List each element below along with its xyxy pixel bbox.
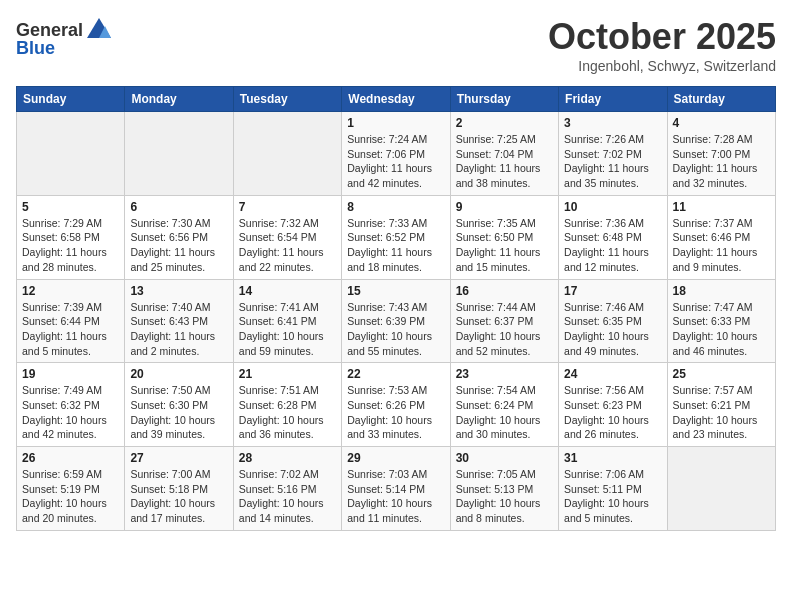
calendar-subtitle: Ingenbohl, Schwyz, Switzerland xyxy=(548,58,776,74)
calendar-day-cell: 15Sunrise: 7:43 AM Sunset: 6:39 PM Dayli… xyxy=(342,279,450,363)
weekday-header-row: SundayMondayTuesdayWednesdayThursdayFrid… xyxy=(17,87,776,112)
day-info: Sunrise: 7:37 AM Sunset: 6:46 PM Dayligh… xyxy=(673,216,770,275)
day-number: 27 xyxy=(130,451,227,465)
calendar-day-cell: 29Sunrise: 7:03 AM Sunset: 5:14 PM Dayli… xyxy=(342,447,450,531)
weekday-header-cell: Tuesday xyxy=(233,87,341,112)
calendar-day-cell: 24Sunrise: 7:56 AM Sunset: 6:23 PM Dayli… xyxy=(559,363,667,447)
day-info: Sunrise: 7:44 AM Sunset: 6:37 PM Dayligh… xyxy=(456,300,553,359)
calendar-week-row: 26Sunrise: 6:59 AM Sunset: 5:19 PM Dayli… xyxy=(17,447,776,531)
weekday-header-cell: Wednesday xyxy=(342,87,450,112)
day-number: 31 xyxy=(564,451,661,465)
calendar-day-cell: 16Sunrise: 7:44 AM Sunset: 6:37 PM Dayli… xyxy=(450,279,558,363)
day-number: 28 xyxy=(239,451,336,465)
day-number: 15 xyxy=(347,284,444,298)
calendar-day-cell: 2Sunrise: 7:25 AM Sunset: 7:04 PM Daylig… xyxy=(450,112,558,196)
day-number: 30 xyxy=(456,451,553,465)
day-info: Sunrise: 7:43 AM Sunset: 6:39 PM Dayligh… xyxy=(347,300,444,359)
calendar-day-cell: 7Sunrise: 7:32 AM Sunset: 6:54 PM Daylig… xyxy=(233,195,341,279)
day-info: Sunrise: 7:47 AM Sunset: 6:33 PM Dayligh… xyxy=(673,300,770,359)
day-info: Sunrise: 7:28 AM Sunset: 7:00 PM Dayligh… xyxy=(673,132,770,191)
day-number: 16 xyxy=(456,284,553,298)
day-number: 9 xyxy=(456,200,553,214)
calendar-day-cell: 19Sunrise: 7:49 AM Sunset: 6:32 PM Dayli… xyxy=(17,363,125,447)
weekday-header-cell: Friday xyxy=(559,87,667,112)
calendar-day-cell: 11Sunrise: 7:37 AM Sunset: 6:46 PM Dayli… xyxy=(667,195,775,279)
day-info: Sunrise: 7:53 AM Sunset: 6:26 PM Dayligh… xyxy=(347,383,444,442)
calendar-day-cell: 17Sunrise: 7:46 AM Sunset: 6:35 PM Dayli… xyxy=(559,279,667,363)
logo-icon xyxy=(85,16,113,44)
calendar-week-row: 5Sunrise: 7:29 AM Sunset: 6:58 PM Daylig… xyxy=(17,195,776,279)
calendar-day-cell: 26Sunrise: 6:59 AM Sunset: 5:19 PM Dayli… xyxy=(17,447,125,531)
calendar-body: 1Sunrise: 7:24 AM Sunset: 7:06 PM Daylig… xyxy=(17,112,776,531)
calendar-day-cell: 8Sunrise: 7:33 AM Sunset: 6:52 PM Daylig… xyxy=(342,195,450,279)
day-number: 8 xyxy=(347,200,444,214)
calendar-day-cell: 21Sunrise: 7:51 AM Sunset: 6:28 PM Dayli… xyxy=(233,363,341,447)
day-number: 13 xyxy=(130,284,227,298)
calendar-day-cell xyxy=(17,112,125,196)
weekday-header-cell: Monday xyxy=(125,87,233,112)
calendar-day-cell: 5Sunrise: 7:29 AM Sunset: 6:58 PM Daylig… xyxy=(17,195,125,279)
calendar-title: October 2025 xyxy=(548,16,776,58)
calendar-day-cell: 4Sunrise: 7:28 AM Sunset: 7:00 PM Daylig… xyxy=(667,112,775,196)
calendar-day-cell: 23Sunrise: 7:54 AM Sunset: 6:24 PM Dayli… xyxy=(450,363,558,447)
calendar-day-cell: 12Sunrise: 7:39 AM Sunset: 6:44 PM Dayli… xyxy=(17,279,125,363)
day-info: Sunrise: 7:39 AM Sunset: 6:44 PM Dayligh… xyxy=(22,300,119,359)
logo: General Blue xyxy=(16,16,113,59)
day-number: 4 xyxy=(673,116,770,130)
day-info: Sunrise: 7:00 AM Sunset: 5:18 PM Dayligh… xyxy=(130,467,227,526)
day-info: Sunrise: 7:26 AM Sunset: 7:02 PM Dayligh… xyxy=(564,132,661,191)
calendar-table: SundayMondayTuesdayWednesdayThursdayFrid… xyxy=(16,86,776,531)
day-info: Sunrise: 7:06 AM Sunset: 5:11 PM Dayligh… xyxy=(564,467,661,526)
weekday-header-cell: Thursday xyxy=(450,87,558,112)
calendar-day-cell: 22Sunrise: 7:53 AM Sunset: 6:26 PM Dayli… xyxy=(342,363,450,447)
day-info: Sunrise: 7:50 AM Sunset: 6:30 PM Dayligh… xyxy=(130,383,227,442)
day-number: 24 xyxy=(564,367,661,381)
day-info: Sunrise: 7:05 AM Sunset: 5:13 PM Dayligh… xyxy=(456,467,553,526)
calendar-day-cell: 6Sunrise: 7:30 AM Sunset: 6:56 PM Daylig… xyxy=(125,195,233,279)
calendar-day-cell xyxy=(125,112,233,196)
day-info: Sunrise: 7:35 AM Sunset: 6:50 PM Dayligh… xyxy=(456,216,553,275)
day-number: 25 xyxy=(673,367,770,381)
calendar-day-cell: 14Sunrise: 7:41 AM Sunset: 6:41 PM Dayli… xyxy=(233,279,341,363)
day-info: Sunrise: 7:30 AM Sunset: 6:56 PM Dayligh… xyxy=(130,216,227,275)
calendar-week-row: 19Sunrise: 7:49 AM Sunset: 6:32 PM Dayli… xyxy=(17,363,776,447)
day-info: Sunrise: 7:32 AM Sunset: 6:54 PM Dayligh… xyxy=(239,216,336,275)
day-number: 5 xyxy=(22,200,119,214)
day-info: Sunrise: 7:02 AM Sunset: 5:16 PM Dayligh… xyxy=(239,467,336,526)
calendar-week-row: 12Sunrise: 7:39 AM Sunset: 6:44 PM Dayli… xyxy=(17,279,776,363)
calendar-day-cell: 28Sunrise: 7:02 AM Sunset: 5:16 PM Dayli… xyxy=(233,447,341,531)
day-number: 26 xyxy=(22,451,119,465)
page-header: General Blue October 2025 Ingenbohl, Sch… xyxy=(16,16,776,74)
calendar-day-cell: 31Sunrise: 7:06 AM Sunset: 5:11 PM Dayli… xyxy=(559,447,667,531)
day-number: 29 xyxy=(347,451,444,465)
day-number: 11 xyxy=(673,200,770,214)
day-number: 7 xyxy=(239,200,336,214)
day-info: Sunrise: 7:54 AM Sunset: 6:24 PM Dayligh… xyxy=(456,383,553,442)
calendar-day-cell: 20Sunrise: 7:50 AM Sunset: 6:30 PM Dayli… xyxy=(125,363,233,447)
day-info: Sunrise: 7:33 AM Sunset: 6:52 PM Dayligh… xyxy=(347,216,444,275)
day-info: Sunrise: 7:51 AM Sunset: 6:28 PM Dayligh… xyxy=(239,383,336,442)
calendar-day-cell: 27Sunrise: 7:00 AM Sunset: 5:18 PM Dayli… xyxy=(125,447,233,531)
calendar-week-row: 1Sunrise: 7:24 AM Sunset: 7:06 PM Daylig… xyxy=(17,112,776,196)
calendar-day-cell: 9Sunrise: 7:35 AM Sunset: 6:50 PM Daylig… xyxy=(450,195,558,279)
day-number: 22 xyxy=(347,367,444,381)
day-info: Sunrise: 6:59 AM Sunset: 5:19 PM Dayligh… xyxy=(22,467,119,526)
day-number: 21 xyxy=(239,367,336,381)
calendar-day-cell: 30Sunrise: 7:05 AM Sunset: 5:13 PM Dayli… xyxy=(450,447,558,531)
day-number: 2 xyxy=(456,116,553,130)
day-number: 20 xyxy=(130,367,227,381)
day-info: Sunrise: 7:57 AM Sunset: 6:21 PM Dayligh… xyxy=(673,383,770,442)
day-number: 23 xyxy=(456,367,553,381)
day-info: Sunrise: 7:24 AM Sunset: 7:06 PM Dayligh… xyxy=(347,132,444,191)
calendar-day-cell: 13Sunrise: 7:40 AM Sunset: 6:43 PM Dayli… xyxy=(125,279,233,363)
calendar-day-cell xyxy=(667,447,775,531)
calendar-day-cell: 25Sunrise: 7:57 AM Sunset: 6:21 PM Dayli… xyxy=(667,363,775,447)
day-info: Sunrise: 7:29 AM Sunset: 6:58 PM Dayligh… xyxy=(22,216,119,275)
day-info: Sunrise: 7:25 AM Sunset: 7:04 PM Dayligh… xyxy=(456,132,553,191)
weekday-header-cell: Saturday xyxy=(667,87,775,112)
day-number: 3 xyxy=(564,116,661,130)
day-number: 6 xyxy=(130,200,227,214)
day-info: Sunrise: 7:36 AM Sunset: 6:48 PM Dayligh… xyxy=(564,216,661,275)
day-info: Sunrise: 7:46 AM Sunset: 6:35 PM Dayligh… xyxy=(564,300,661,359)
day-number: 1 xyxy=(347,116,444,130)
